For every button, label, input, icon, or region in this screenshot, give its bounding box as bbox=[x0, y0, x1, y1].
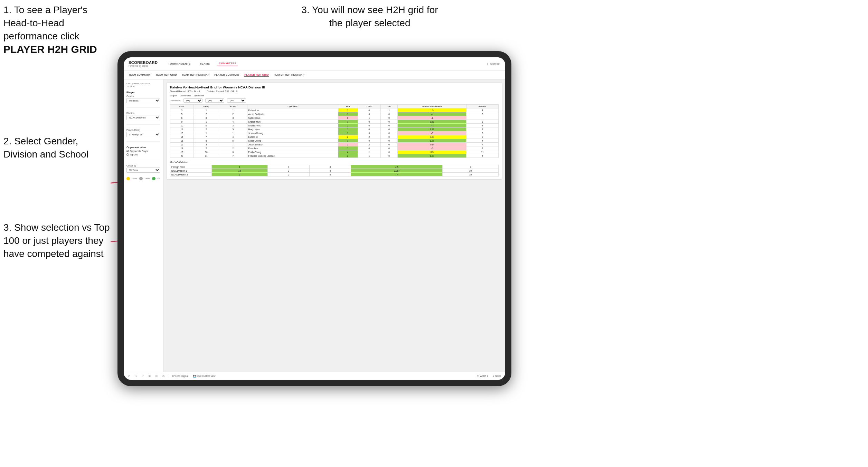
cell-conf: 1 bbox=[219, 108, 247, 112]
sign-out-button[interactable]: | Sign out bbox=[487, 62, 500, 65]
cell-loss: 2 bbox=[358, 143, 380, 146]
ood-cell-opponent: NAIA Division 1 bbox=[170, 169, 212, 173]
cell-div: 9 bbox=[170, 120, 194, 124]
radio-opponents-played[interactable]: Opponents Played bbox=[126, 150, 160, 152]
player-section-title: Player bbox=[126, 91, 160, 94]
ood-cell-tie: 0 bbox=[309, 169, 351, 173]
undo2-btn[interactable]: ↩ bbox=[140, 374, 145, 378]
division-label: Division bbox=[126, 112, 160, 114]
subnav-team-h2h-heatmap[interactable]: TEAM H2H HEATMAP bbox=[182, 73, 209, 76]
cell-loss: 1 bbox=[358, 116, 380, 120]
radio-top100[interactable]: Top 100 bbox=[126, 153, 160, 156]
cell-diff: -5 bbox=[398, 146, 466, 150]
filter-region-group: Region bbox=[170, 95, 177, 97]
subnav-player-h2h-grid[interactable]: PLAYER H2H GRID bbox=[244, 73, 269, 77]
ood-cell-loss: 0 bbox=[267, 173, 309, 177]
cell-rounds: 6 bbox=[466, 154, 499, 158]
ood-cell-tie: 0 bbox=[309, 165, 351, 169]
cell-div: 3 bbox=[170, 108, 194, 112]
ood-cell-win: 5 bbox=[212, 173, 268, 177]
view-original-btn[interactable]: ⊞ View: Original bbox=[170, 374, 190, 378]
cell-reg: 3 bbox=[194, 116, 219, 120]
cell-loss: 0 bbox=[358, 131, 380, 135]
cell-win: 1 bbox=[338, 108, 358, 112]
th-opponent: Opponent bbox=[247, 105, 338, 108]
th-div: # Div bbox=[170, 105, 194, 108]
player-rank-select[interactable]: 8. Katelyn Vo bbox=[126, 132, 160, 137]
color-legend: Down Level Up bbox=[126, 177, 160, 180]
cell-tie: 0 bbox=[380, 112, 397, 116]
redo-btn[interactable]: ↪ bbox=[133, 374, 138, 378]
ood-cell-diff: 4.5 bbox=[351, 165, 443, 169]
paste-btn[interactable]: ⊡ bbox=[154, 374, 159, 378]
cell-div: 10 bbox=[170, 124, 194, 127]
nav-tournaments[interactable]: TOURNAMENTS bbox=[167, 61, 192, 66]
cell-reg: 6 bbox=[194, 124, 219, 127]
division-select[interactable]: NCAA Division III NCAA Division I NCAA D… bbox=[126, 115, 160, 120]
cell-diff: 0.38 bbox=[398, 135, 466, 139]
opponents-label: Opponents: bbox=[170, 99, 181, 102]
opponent-view-group: Opponents Played Top 100 bbox=[126, 150, 160, 156]
region-filter-select[interactable]: (All) bbox=[183, 98, 202, 103]
cell-rounds: 4 bbox=[466, 108, 499, 112]
grid-title: Katelyn Vo Head-to-Head Grid for Women's… bbox=[170, 85, 499, 89]
cell-opponent: Sydney Kuo bbox=[247, 116, 338, 120]
nav-teams[interactable]: TEAMS bbox=[198, 61, 211, 66]
subnav-player-summary[interactable]: PLAYER SUMMARY bbox=[214, 73, 239, 76]
cell-diff: -0.94 bbox=[398, 143, 466, 146]
filter-conference-label: Conference bbox=[180, 95, 191, 97]
cell-conf: 3 bbox=[219, 116, 247, 120]
cell-opponent: Alexis Sudjianto bbox=[247, 112, 338, 116]
ood-table: Foreign Team 1 0 0 4.5 2 NAIA Division 1… bbox=[170, 165, 499, 177]
gender-label: Gender bbox=[126, 95, 160, 97]
cell-tie: 0 bbox=[380, 120, 397, 124]
cell-rounds: 7 bbox=[466, 143, 499, 146]
undo-btn[interactable]: ↩ bbox=[126, 374, 131, 378]
table-row: 3 1 1 Esther Lee 1 0 1 1.5 4 bbox=[170, 108, 499, 112]
conference-filter-select[interactable]: (All) bbox=[205, 98, 224, 103]
cell-diff: 4 bbox=[398, 124, 466, 127]
cell-conf: 7 bbox=[219, 154, 247, 158]
share-btn[interactable]: ⤴ Share bbox=[492, 374, 502, 378]
ood-cell-diff: 9.267 bbox=[351, 169, 443, 173]
table-row: 15 8 5 Stella Cheng 1 0 0 1.25 4 bbox=[170, 139, 499, 143]
cell-div: 15 bbox=[170, 139, 194, 143]
cell-tie: 0 bbox=[380, 150, 397, 154]
th-win: Win bbox=[338, 105, 358, 108]
filter-opponent-group: Opponent bbox=[194, 95, 204, 97]
clock-btn[interactable]: ◷ bbox=[161, 374, 166, 378]
opponent-filter-select[interactable]: (All) bbox=[227, 98, 246, 103]
copy-btn[interactable]: ⊞ bbox=[147, 374, 152, 378]
cell-win: 1 bbox=[338, 139, 358, 143]
cell-rounds: 3 bbox=[466, 120, 499, 124]
cell-div: 13 bbox=[170, 131, 194, 135]
cell-win: 2 bbox=[338, 154, 358, 158]
table-row: 20 11 7 Federica Domecq Lacroze 2 1 0 1.… bbox=[170, 154, 499, 158]
cell-opponent: Euna Lee bbox=[247, 146, 338, 150]
cell-conf: 3 bbox=[219, 124, 247, 127]
filter-row: Region Conference Opponent bbox=[170, 95, 499, 97]
subnav-team-h2h-grid[interactable]: TEAM H2H GRID bbox=[155, 73, 177, 76]
watch-btn[interactable]: 👁 Watch ▾ bbox=[475, 374, 490, 378]
cell-tie: 0 bbox=[380, 135, 397, 139]
cell-win: 2 bbox=[338, 124, 358, 127]
subnav-player-h2h-heatmap[interactable]: PLAYER H2H HEATMAP bbox=[274, 73, 304, 76]
cell-loss: 0 bbox=[358, 127, 380, 131]
h2h-table: # Div # Reg # Conf Opponent Win Loss Tie… bbox=[170, 104, 499, 158]
table-row: 5 2 2 Alexis Sudjianto 1 0 0 4 3 bbox=[170, 112, 499, 116]
table-row: 9 1 4 Sharon Mun 1 0 0 3.67 3 bbox=[170, 120, 499, 124]
save-custom-btn[interactable]: 💾 Save Custom View bbox=[192, 374, 217, 378]
cell-conf: 7 bbox=[219, 143, 247, 146]
ood-cell-loss: 0 bbox=[267, 169, 309, 173]
cell-win: 0 bbox=[338, 116, 358, 120]
nav-committee[interactable]: COMMITTEE bbox=[217, 61, 238, 66]
colour-by-select[interactable]: Win/loss bbox=[126, 168, 160, 173]
table-row: 10 6 3 Andrea York 2 0 0 4 4 bbox=[170, 124, 499, 127]
cell-reg: 2 bbox=[194, 112, 219, 116]
main-content: Last Updated: 27/03/202416:55:38 Player … bbox=[124, 79, 505, 372]
cell-diff: 1.25 bbox=[398, 139, 466, 143]
subnav-team-summary[interactable]: TEAM SUMMARY bbox=[129, 73, 151, 76]
gender-select[interactable]: Women's Men's bbox=[126, 98, 160, 103]
th-tie: Tie bbox=[380, 105, 397, 108]
cell-loss: 0 bbox=[358, 146, 380, 150]
